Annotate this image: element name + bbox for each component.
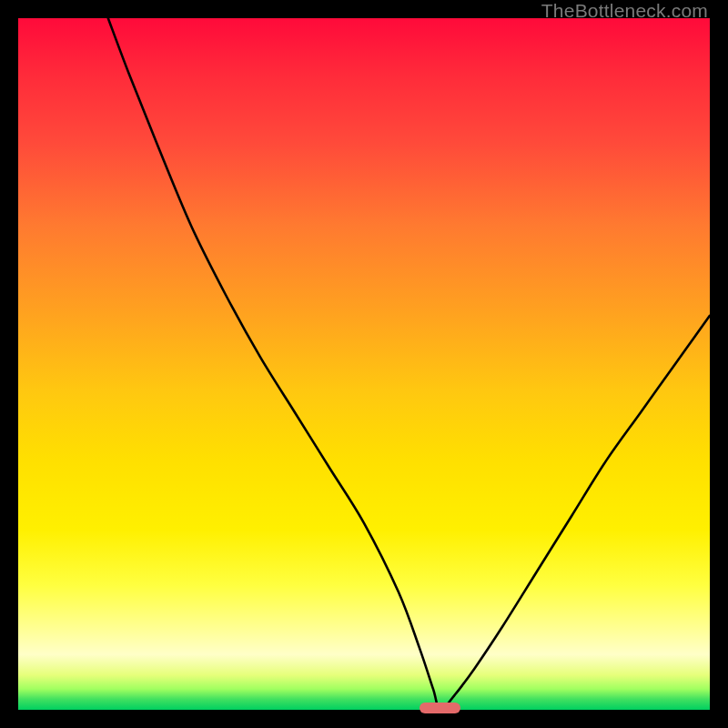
curve-path [108,18,710,710]
watermark-text: TheBottleneck.com [541,0,708,22]
plot-area [18,18,710,710]
bottleneck-curve [18,18,710,710]
minimum-marker [420,703,461,713]
chart-frame: TheBottleneck.com [0,0,728,728]
